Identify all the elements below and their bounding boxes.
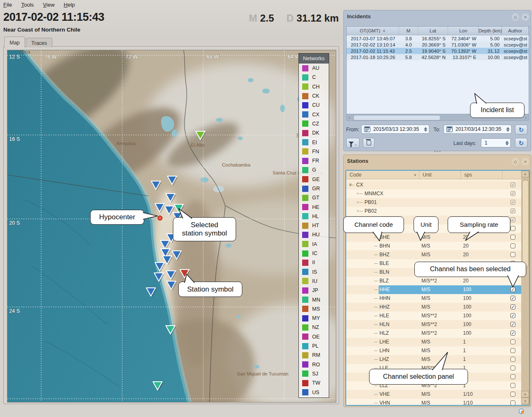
last-days-input[interactable]: 1 (481, 138, 511, 147)
channel-checkbox[interactable] (510, 357, 515, 362)
incident-row[interactable]: 2017-02-02 11:15:432.519.9040° S70.1393°… (347, 48, 529, 54)
tree-row-PB01[interactable]: ›PB01✓ (346, 198, 521, 207)
channel-code-label: BLZ (379, 278, 389, 284)
tree-row-BHN[interactable]: BHNM/S20 (346, 242, 521, 250)
tree-row-HHN[interactable]: HHNM/S100✓ (346, 294, 521, 303)
channel-checkbox[interactable] (510, 243, 515, 248)
tree-row-PB02[interactable]: ›PB02✓ (346, 207, 521, 216)
channel-checkbox[interactable]: ✓ (510, 331, 515, 336)
from-label: From: (346, 127, 359, 132)
tree-row-CX[interactable]: ∨CX✓ (346, 181, 521, 189)
incidents-close-button[interactable]: × (522, 13, 529, 21)
incidents-table-header[interactable]: OT(GMT)∧MLatLonDepth (km)Author (347, 27, 529, 35)
scroll-down-icon[interactable]: ∨ (521, 397, 529, 404)
network-color-swatch (302, 250, 308, 257)
menu-view[interactable]: View (43, 1, 59, 9)
column-header-m[interactable]: M (399, 27, 418, 35)
refresh-range-button[interactable]: ↻ (515, 125, 527, 135)
stations-close-button[interactable]: × (522, 158, 529, 165)
tree-header-sps[interactable]: sps (461, 171, 502, 179)
channel-checkbox[interactable] (510, 339, 515, 344)
from-date-spinner[interactable] (424, 127, 427, 132)
last-days-spinner[interactable] (505, 141, 509, 145)
tree-row-BLZ[interactable]: BLZM/S**220 (346, 277, 521, 285)
incident-mag: 2.5 (399, 49, 418, 54)
incident-row[interactable]: 2017-01-18 10:25:265.842.5628° N13.3107°… (347, 54, 529, 60)
scroll-up-icon[interactable]: ∧ (521, 171, 529, 177)
tree-row-HLN[interactable]: HLNM/S**2100✓ (346, 320, 521, 329)
expander-collapsed-icon[interactable]: › (357, 191, 359, 196)
channel-checkbox[interactable]: ✓ (510, 313, 515, 318)
scroll-up-icon[interactable]: ∧ (521, 391, 529, 397)
expander-collapsed-icon[interactable]: › (357, 208, 359, 213)
tree-row-HHZ[interactable]: HHZM/S100✓ (346, 303, 521, 312)
filter-button[interactable]: ⌄ (346, 138, 360, 148)
channel-checkbox[interactable] (510, 252, 515, 257)
clear-button[interactable] (363, 138, 374, 148)
expander-collapsed-icon[interactable]: › (357, 199, 359, 204)
channel-checkbox[interactable]: ✓ (510, 287, 515, 292)
menu-file[interactable]: File (3, 1, 16, 9)
tree-row-BHE[interactable]: BHEM/S20 (346, 233, 521, 242)
tree-vscrollbar[interactable]: ∧ ∧ ∨ (521, 171, 529, 405)
channel-checkbox[interactable]: ✓ (510, 191, 515, 196)
incidents-hscroll-thumb[interactable] (353, 115, 441, 120)
column-header-author[interactable]: Author (502, 27, 529, 35)
tree-header[interactable]: Code ∨ Unit sps (346, 171, 521, 179)
channel-checkbox[interactable] (510, 226, 515, 231)
channel-checkbox[interactable]: ✓ (510, 296, 515, 301)
tab-map[interactable]: Map (4, 37, 25, 47)
channel-checkbox[interactable] (510, 348, 515, 353)
channel-checkbox[interactable] (510, 235, 515, 240)
tree-row-MNMCX[interactable]: ›MNMCX✓ (346, 189, 521, 198)
channel-sps: 1 (463, 348, 466, 353)
to-date-input[interactable]: 2017/03/14 12:30:35 (443, 125, 512, 134)
channel-checkbox[interactable] (510, 278, 515, 283)
from-date-input[interactable]: 2015/03/13 12:30:35 (361, 125, 429, 134)
channel-checkbox[interactable] (510, 365, 515, 370)
hypocenter-symbol[interactable] (158, 216, 162, 220)
tree-branch-line (374, 385, 378, 386)
channel-checkbox[interactable]: ✓ (510, 200, 515, 205)
tree-row-LHN[interactable]: LHNM/S1 (346, 346, 521, 355)
tree-scroll-thumb[interactable] (522, 180, 529, 267)
tree-row-VHE[interactable]: VHEM/S1/10 (346, 390, 521, 399)
tree-row-HLE[interactable]: HLEM/S**2100✓ (346, 312, 521, 320)
channel-unit: M/S (421, 295, 430, 301)
column-header-depth-km-[interactable]: Depth (km) (479, 27, 502, 35)
channel-checkbox[interactable] (510, 400, 515, 405)
panel-splitter[interactable] (432, 151, 442, 153)
channel-checkbox[interactable]: ✓ (510, 217, 515, 222)
refresh-list-button[interactable]: ↻ (515, 138, 527, 148)
tree-row-HLZ[interactable]: HLZM/S**2100✓ (346, 329, 521, 338)
menu-tools[interactable]: Tools (21, 1, 38, 9)
channel-checkbox[interactable] (510, 383, 515, 388)
tree-row-HHE[interactable]: HHEM/S100✓ (346, 285, 521, 294)
menu-help[interactable]: Help (64, 1, 79, 9)
tree-row-BHZ[interactable]: BHZM/S20 (346, 250, 521, 259)
tree-header-unit[interactable]: Unit (419, 171, 461, 179)
to-date-spinner[interactable] (506, 127, 510, 132)
scroll-left-icon[interactable]: ‹ (347, 115, 352, 120)
channel-checkbox[interactable]: ✓ (510, 208, 515, 213)
channel-checkbox[interactable] (510, 374, 515, 379)
channel-checkbox[interactable] (510, 392, 515, 397)
column-header-lon[interactable]: Lon (448, 27, 479, 35)
channel-checkbox[interactable]: ✓ (510, 304, 515, 309)
incidents-table[interactable]: OT(GMT)∧MLatLonDepth (km)Author 2017-03-… (346, 26, 529, 114)
column-header-ot-gmt-[interactable]: OT(GMT)∧ (347, 27, 399, 35)
channel-checkbox[interactable]: ✓ (510, 182, 515, 187)
legend-entry-CX: CX (299, 110, 329, 119)
stations-float-button[interactable]: ◇ (512, 158, 519, 165)
tree-row-LHE[interactable]: LHEM/S1 (346, 338, 521, 346)
tree-header-code[interactable]: Code ∨ (346, 171, 419, 179)
channel-checkbox[interactable]: ✓ (510, 322, 515, 327)
tree-row-LHZ[interactable]: LHZM/S1 (346, 355, 521, 364)
incidents-float-button[interactable]: ◇ (512, 13, 519, 21)
tab-traces[interactable]: Traces (26, 38, 52, 47)
tree-row-VHN[interactable]: VHNM/S1/10 (346, 399, 521, 405)
map-viewport[interactable]: LimaArequipaEl AltoCochabambaSanta Cruz … (7, 50, 336, 402)
column-header-lat[interactable]: Lat (418, 27, 448, 35)
incident-row[interactable]: 2017-02-02 13:10:144.020.3669° S71.0306°… (347, 42, 529, 48)
incident-row[interactable]: 2017-03-07 13:45:073.816.8255° S72.3464°… (347, 35, 529, 42)
